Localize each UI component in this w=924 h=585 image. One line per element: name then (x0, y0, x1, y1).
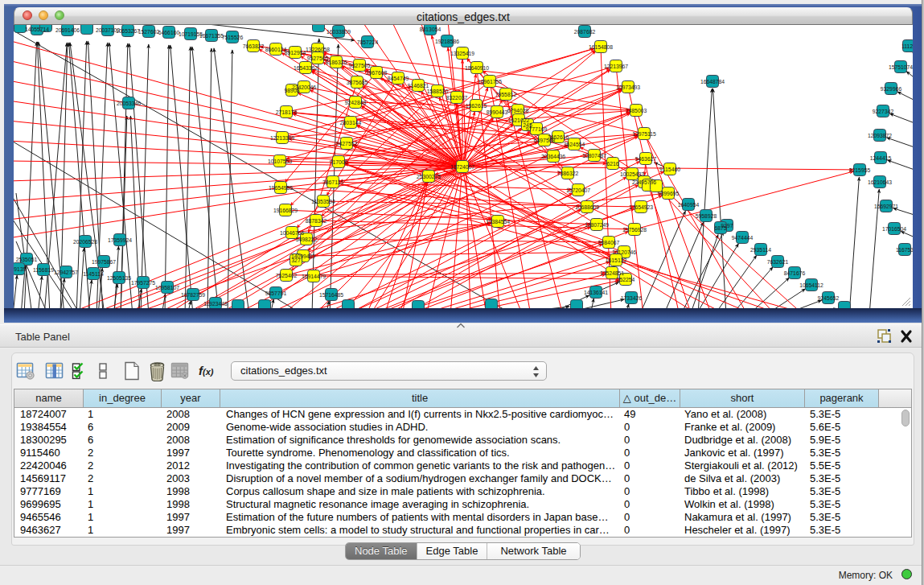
svg-text:13226058: 13226058 (306, 47, 330, 52)
svg-text:17957275: 17957275 (131, 280, 155, 286)
svg-text:1733426: 1733426 (621, 295, 643, 301)
svg-text:8215955: 8215955 (849, 167, 871, 173)
svg-text:20206528: 20206528 (73, 239, 97, 245)
svg-text:10688609: 10688609 (575, 204, 599, 210)
svg-text:9245652: 9245652 (818, 295, 840, 301)
svg-text:1640954: 1640954 (678, 202, 700, 208)
svg-text:17654923: 17654923 (629, 204, 653, 210)
svg-text:17016504: 17016504 (882, 226, 906, 232)
svg-text:9427552: 9427552 (336, 141, 358, 146)
svg-text:13524851: 13524851 (600, 270, 624, 276)
svg-text:15716485: 15716485 (319, 292, 343, 298)
svg-text:10653267: 10653267 (116, 28, 140, 34)
svg-text:6794028: 6794028 (507, 108, 529, 113)
svg-text:10973493: 10973493 (616, 84, 640, 90)
svg-text:3624554: 3624554 (564, 142, 585, 147)
svg-text:16648784: 16648784 (700, 79, 725, 84)
svg-text:3867110: 3867110 (322, 179, 343, 185)
svg-text:6875: 6875 (714, 225, 726, 231)
svg-text:7663822: 7663822 (243, 43, 265, 49)
svg-text:16033809: 16033809 (326, 29, 351, 35)
svg-text:19654985: 19654985 (269, 185, 293, 191)
svg-text:18807249: 18807249 (585, 222, 609, 228)
svg-text:7632621: 7632621 (767, 259, 789, 265)
svg-text:16961755: 16961755 (478, 79, 502, 84)
svg-text:8454749: 8454749 (388, 76, 409, 81)
svg-text:12505135: 12505135 (107, 275, 131, 281)
svg-text:9242848: 9242848 (345, 100, 367, 105)
svg-text:10046766: 10046766 (280, 230, 304, 236)
svg-text:9899695: 9899695 (658, 191, 680, 196)
svg-text:14055714: 14055714 (25, 27, 49, 32)
svg-text:10654112: 10654112 (799, 282, 823, 288)
svg-text:12213967: 12213967 (604, 64, 628, 69)
svg-text:15751074: 15751074 (889, 64, 913, 70)
svg-text:6216: 6216 (606, 161, 618, 167)
svg-text:20364436: 20364436 (541, 154, 565, 159)
svg-text:1362615: 1362615 (466, 103, 487, 109)
svg-text:16782759: 16782759 (181, 292, 205, 298)
svg-text:12213389: 12213389 (270, 135, 294, 141)
svg-text:18640910: 18640910 (465, 65, 489, 71)
svg-text:1615132: 1615132 (606, 257, 627, 263)
svg-text:23420046: 23420046 (292, 84, 316, 90)
svg-text:12093872: 12093872 (868, 133, 892, 138)
svg-text:16210643: 16210643 (868, 179, 892, 185)
svg-text:12942757: 12942757 (54, 270, 78, 275)
svg-text:15720407: 15720407 (566, 187, 590, 193)
svg-text:25300275: 25300275 (417, 174, 441, 179)
svg-text:9777169: 9777169 (526, 126, 548, 132)
svg-text:19384554: 19384554 (486, 219, 510, 225)
svg-text:2087682: 2087682 (574, 29, 596, 35)
svg-text:7386322: 7386322 (557, 171, 579, 176)
svg-text:11122: 11122 (901, 43, 913, 49)
svg-text:9329966: 9329966 (881, 86, 902, 92)
svg-text:10025433: 10025433 (620, 171, 644, 177)
svg-text:5958928: 5958928 (696, 213, 717, 219)
svg-text:18724007: 18724007 (450, 164, 474, 170)
svg-text:9084067: 9084067 (598, 240, 620, 245)
svg-text:11923448: 11923448 (203, 301, 228, 307)
svg-text:2535051: 2535051 (16, 257, 38, 262)
svg-text:9146821: 9146821 (408, 83, 429, 89)
svg-text:10958107: 10958107 (155, 285, 179, 290)
svg-text:2967608: 2967608 (366, 70, 388, 76)
svg-text:917006: 917006 (330, 159, 348, 165)
svg-text:1156819: 1156819 (33, 267, 54, 273)
svg-text:10807487: 10807487 (582, 153, 606, 159)
svg-text:8990443: 8990443 (487, 109, 508, 115)
svg-text:16671355: 16671355 (199, 33, 224, 39)
svg-text:9474444: 9474444 (732, 235, 754, 241)
svg-text:9227342: 9227342 (873, 109, 894, 114)
svg-text:16543362: 16543362 (294, 65, 318, 71)
svg-text:3875685: 3875685 (347, 80, 368, 85)
svg-text:19166829: 19166829 (273, 208, 298, 213)
svg-text:16914479: 16914479 (302, 274, 326, 279)
svg-text:11353594: 11353594 (311, 199, 335, 204)
svg-text:8322037: 8322037 (446, 95, 468, 101)
svg-text:19756928: 19756928 (622, 227, 647, 233)
svg-text:1244415: 1244415 (870, 155, 892, 161)
svg-text:116753: 116753 (896, 247, 913, 253)
svg-text:19975867: 19975867 (92, 259, 116, 265)
svg-text:8186326: 8186326 (326, 60, 347, 65)
svg-text:7955812: 7955812 (495, 92, 517, 97)
svg-text:6497568: 6497568 (534, 138, 556, 143)
svg-text:1527602: 1527602 (138, 29, 160, 35)
svg-text:15692971: 15692971 (874, 204, 898, 209)
svg-text:5498222: 5498222 (296, 237, 318, 242)
svg-text:9115460: 9115460 (659, 167, 680, 172)
svg-text:20691406: 20691406 (55, 27, 80, 33)
svg-text:8912954: 8912954 (285, 50, 306, 56)
svg-text:6466160: 6466160 (158, 30, 180, 35)
svg-text:8471676: 8471676 (784, 270, 806, 276)
svg-text:327: 327 (291, 257, 301, 263)
svg-text:13325419: 13325419 (450, 51, 474, 56)
svg-text:7857224: 7857224 (357, 39, 379, 45)
svg-text:8878342: 8878342 (306, 218, 327, 224)
svg-text:1145114: 1145114 (83, 271, 104, 277)
svg-text:10107553: 10107553 (268, 159, 292, 164)
svg-text:16154808: 16154808 (589, 44, 613, 50)
svg-text:9327505: 9327505 (349, 63, 371, 68)
svg-text:14136141: 14136141 (584, 290, 608, 295)
